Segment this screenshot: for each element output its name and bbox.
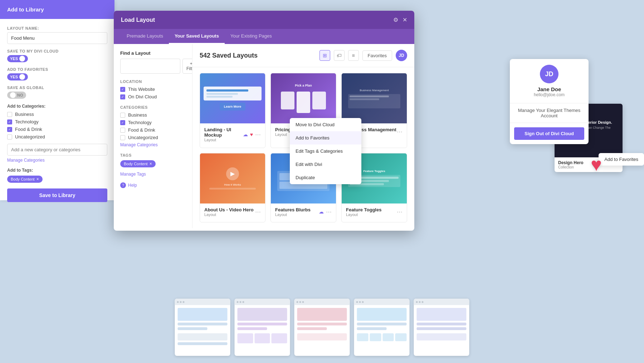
layout-type-landing: Layout	[204, 138, 243, 142]
manage-categories-link[interactable]: Manage Categories	[7, 158, 107, 163]
context-edit-with-divi[interactable]: Edit with Divi	[290, 158, 361, 171]
tab-premade-layouts[interactable]: Premade Layouts	[121, 29, 169, 44]
category-item-uncategorized[interactable]: Uncategorized	[7, 134, 107, 139]
modal-tag-remove[interactable]: ×	[150, 161, 152, 166]
bg-thumb-1[interactable]	[175, 299, 230, 356]
modal-settings-icon[interactable]: ⚙	[393, 16, 398, 23]
tag-icon: 🏷	[337, 53, 342, 58]
toggle-knob-2	[19, 74, 25, 80]
layout-meta-landing: Landing - UI Mockup Layout	[204, 127, 243, 142]
layout-meta-video: About Us - Video Hero Layout	[204, 207, 254, 217]
modal-cat-check-uncat	[120, 135, 125, 140]
dots-menu-landing[interactable]: ⋯	[255, 131, 261, 138]
save-to-cloud-toggle-row: YES	[7, 55, 107, 62]
bg-thumb-5[interactable]	[414, 299, 469, 356]
save-to-cloud-toggle[interactable]: YES	[7, 55, 28, 62]
modal-cat-business[interactable]: Business	[120, 112, 186, 118]
modal-manage-tags-link[interactable]: Manage Tags	[120, 172, 186, 177]
dot	[359, 301, 361, 303]
grid-view-button[interactable]: ⊞	[319, 50, 330, 61]
filter-button[interactable]: + Filter	[182, 59, 192, 74]
layout-name-features: Features Blurbs	[275, 207, 311, 212]
context-edit-tags[interactable]: Edit Tags & Categories	[290, 144, 361, 158]
add-to-favorites-label: Add to Favorites	[7, 67, 107, 72]
save-as-global-toggle[interactable]: NO	[7, 92, 26, 99]
dot	[180, 301, 182, 303]
tag-view-button[interactable]: 🏷	[334, 50, 345, 61]
context-add-to-favorites[interactable]: Add to Favorites	[290, 131, 361, 144]
dots-menu-mgmt[interactable]: ⋯	[397, 128, 402, 135]
user-avatar[interactable]: JD	[396, 50, 407, 61]
save-to-library-button[interactable]: Save to Library	[7, 188, 107, 202]
tag-chip-remove[interactable]: ×	[36, 177, 39, 182]
pricing-cards	[281, 92, 326, 113]
favorites-button[interactable]: Favorites	[362, 50, 392, 61]
heart-icon-landing[interactable]: ♥	[250, 132, 253, 137]
modal-cat-label-food: Food & Drink	[128, 127, 155, 133]
modal-content-header: 542 Saved Layouts ⊞ 🏷 ≡ Favorites JD	[192, 44, 414, 67]
bg-thumb-3[interactable]	[294, 299, 350, 356]
modal-cat-technology[interactable]: ✓ Technology	[120, 120, 186, 125]
dots-menu-features[interactable]: ⋯	[326, 209, 332, 215]
modal-cat-label-business: Business	[128, 112, 147, 118]
tab-existing-pages[interactable]: Your Existing Pages	[225, 29, 278, 44]
bg-thumb-2[interactable]	[235, 299, 290, 356]
category-item-food[interactable]: ✓ Food & Drink	[7, 127, 107, 132]
dot	[183, 301, 185, 303]
category-item-technology[interactable]: ✓ Technology	[7, 119, 107, 124]
dots-menu-video[interactable]: ⋯	[255, 209, 261, 215]
modal-filter-sidebar: Find a Layout + Filter Location ✓ This W…	[114, 44, 192, 228]
load-layout-modal: Load Layout ⚙ ✕ Premade Layouts Your Sav…	[114, 11, 414, 231]
layout-preview-pricing: Pick a Plan	[271, 73, 336, 123]
list-view-button[interactable]: ≡	[348, 50, 359, 61]
dots-menu-toggles[interactable]: ⋯	[397, 209, 402, 215]
sidebar-categories-list: Business ✓ Technology ✓ Food & Drink Unc…	[7, 112, 107, 139]
preview-mockup-pricing: Pick a Plan	[271, 73, 336, 123]
saved-count: 542 Saved Layouts	[200, 52, 258, 59]
layout-name-input[interactable]	[7, 32, 107, 44]
tag-chip-body-content[interactable]: Body Content ×	[7, 176, 43, 183]
layout-meta-features: Features Blurbs Layout	[275, 207, 311, 217]
layout-actions-video: ⋯	[255, 209, 261, 215]
bg-thumb-4[interactable]	[354, 299, 410, 356]
modal-cat-uncategorized[interactable]: Uncategorized	[120, 135, 186, 140]
modal-close-icon[interactable]: ✕	[402, 16, 407, 23]
modal-header-icons: ⚙ ✕	[393, 16, 407, 23]
modal-tag-body-content[interactable]: Body Content ×	[120, 160, 156, 167]
location-title: Location	[120, 79, 186, 84]
sign-out-button[interactable]: Sign Out of Divi Cloud	[514, 127, 584, 140]
location-this-website[interactable]: ✓ This Website	[120, 87, 186, 92]
add-category-input[interactable]	[7, 144, 107, 156]
dot	[356, 301, 358, 303]
add-to-favorites-toggle[interactable]: YES	[7, 73, 28, 80]
cloud-icon-landing[interactable]: ☁	[243, 132, 248, 137]
category-label-food: Food & Drink	[15, 127, 42, 132]
context-move-to-cloud[interactable]: Move to Divi Cloud	[290, 118, 361, 131]
context-duplicate[interactable]: Duplicate	[290, 171, 361, 184]
pricing-card-2	[297, 92, 310, 113]
tag-chip-label: Body Content	[11, 177, 35, 181]
category-item-business[interactable]: Business	[7, 112, 107, 117]
cloud-icon-features[interactable]: ☁	[319, 209, 324, 215]
help-link[interactable]: ? Help	[120, 182, 186, 188]
categories-section: Categories Business ✓ Technology Food & …	[120, 105, 186, 147]
layout-preview-video: ▶ How it Works	[200, 153, 265, 203]
location-divi-cloud[interactable]: ✓ On Divi Cloud	[120, 94, 186, 99]
tab-saved-layouts[interactable]: Your Saved Layouts	[169, 29, 225, 44]
categories-title: Categories	[120, 105, 186, 109]
layout-meta-toggles: Feature Toggles Layout	[346, 207, 381, 217]
layout-card-video[interactable]: ▶ How it Works About Us - Video Hero Lay…	[200, 153, 265, 223]
modal-cat-label-tech: Technology	[128, 120, 152, 125]
context-menu: Move to Divi Cloud Add to Favorites Edit…	[290, 118, 361, 184]
heart-overlay[interactable]: ♥	[591, 154, 602, 175]
layout-search-input[interactable]	[120, 59, 180, 74]
user-dropdown-header: JD Jane Doe hello@jdoe.com	[510, 59, 589, 103]
layout-card-landing[interactable]: Learn More Landing - UI Mockup Layout ☁ …	[200, 73, 265, 148]
category-check-business	[7, 112, 12, 117]
modal-manage-categories-link[interactable]: Manage Categories	[120, 142, 186, 147]
modal-cat-food[interactable]: Food & Drink	[120, 127, 186, 133]
add-favorites-tooltip: Add to Favorites	[599, 153, 644, 166]
dot	[299, 301, 301, 303]
manage-account-link[interactable]: Manage Your Elegant Themes Account	[510, 103, 589, 123]
list-icon: ≡	[352, 53, 355, 58]
